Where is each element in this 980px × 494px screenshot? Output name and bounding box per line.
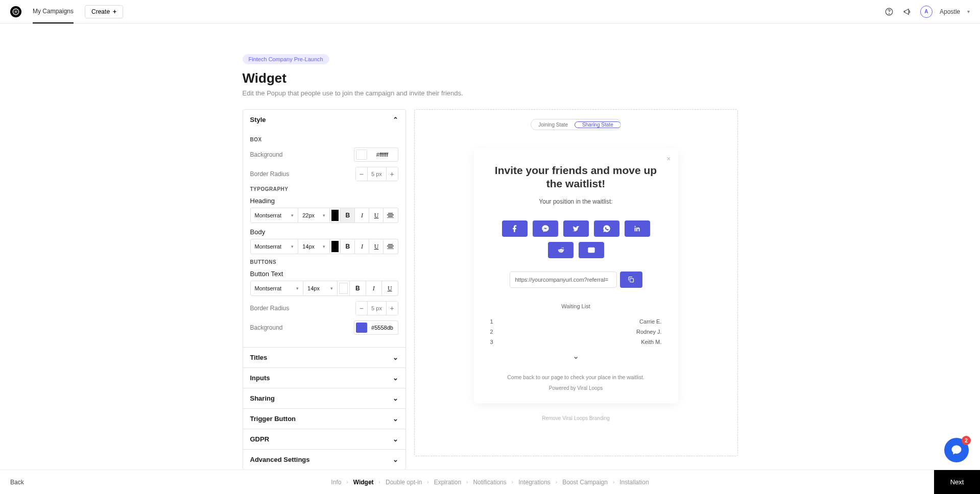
heading-color-swatch[interactable] — [330, 208, 341, 223]
body-underline-button[interactable]: U — [369, 239, 384, 254]
section-style-header[interactable]: Style ⌃ — [243, 110, 405, 130]
body-bold-button[interactable]: B — [341, 239, 355, 254]
state-toggle: Joining State Sharing State — [421, 119, 731, 130]
widget-footer-text: Come back to our page to check your plac… — [489, 374, 663, 380]
button-color-swatch[interactable] — [338, 281, 350, 296]
button-size-select[interactable]: 14px▾ — [303, 281, 338, 296]
sharing-state-tab[interactable]: Sharing State — [575, 121, 621, 128]
section-sharing-header[interactable]: Sharing⌄ — [243, 388, 405, 408]
button-font-select[interactable]: Montserrat▾ — [250, 281, 304, 296]
app-logo[interactable] — [10, 6, 21, 17]
heading-typography-row: Montserrat▾ 22px▾ B I U — [250, 208, 398, 223]
crumb-boost-campaign[interactable]: Boost Campaign — [562, 479, 608, 486]
chevron-right-icon: › — [427, 479, 428, 485]
body-label: Body — [250, 228, 398, 236]
chevron-down-icon: ▾ — [291, 213, 294, 218]
button-bg-value[interactable] — [367, 325, 398, 331]
body-size-select[interactable]: 14px▾ — [298, 239, 329, 254]
breadcrumb: Info›Widget›Double opt-in›Expiration›Not… — [331, 479, 649, 486]
box-background-input[interactable] — [354, 147, 398, 162]
button-radius-value: 5 px — [368, 305, 386, 311]
help-icon[interactable] — [883, 6, 895, 17]
section-inputs-header[interactable]: Inputs⌄ — [243, 368, 405, 388]
button-underline-button[interactable]: U — [382, 281, 398, 296]
heading-italic-button[interactable]: I — [355, 208, 369, 223]
section-advanced-header[interactable]: Advanced Settings⌄ — [243, 450, 405, 470]
body-typography-row: Montserrat▾ 14px▾ B I U — [250, 239, 398, 254]
create-button[interactable]: Create + — [85, 5, 123, 18]
color-swatch-icon[interactable] — [356, 150, 367, 160]
body-color-swatch[interactable] — [330, 239, 341, 254]
heading-font-select[interactable]: Montserrat▾ — [250, 208, 299, 223]
joining-state-tab[interactable]: Joining State — [531, 122, 575, 128]
button-italic-button[interactable]: I — [366, 281, 383, 296]
section-gdpr-header[interactable]: GDPR⌄ — [243, 429, 405, 449]
chevron-down-icon: ▾ — [291, 244, 294, 249]
chevron-down-icon: ▾ — [323, 244, 325, 249]
messenger-share-button[interactable] — [533, 220, 558, 237]
body-font-select[interactable]: Montserrat▾ — [250, 239, 299, 254]
typography-subhead: TYPOGRAPHY — [250, 186, 398, 192]
crumb-widget[interactable]: Widget — [353, 479, 374, 486]
button-radius-stepper[interactable]: − 5 px + — [355, 301, 398, 315]
announcements-icon[interactable] — [902, 6, 913, 17]
stepper-minus-button[interactable]: − — [356, 167, 367, 181]
chevron-down-icon: ▾ — [323, 213, 325, 218]
wl-rank: 3 — [490, 339, 493, 345]
powered-by[interactable]: Powered by Viral Loops — [489, 385, 663, 391]
linkedin-share-button[interactable] — [625, 220, 650, 237]
chat-launcher[interactable]: 2 — [944, 438, 969, 462]
chevron-down-icon: ⌄ — [393, 374, 398, 382]
stepper-minus-button[interactable]: − — [356, 302, 367, 315]
crumb-info[interactable]: Info — [331, 479, 341, 486]
email-share-button[interactable] — [579, 242, 604, 258]
section-trigger-button-header[interactable]: Trigger Button⌄ — [243, 409, 405, 429]
heading-align-button[interactable] — [384, 208, 398, 223]
crumb-expiration[interactable]: Expiration — [434, 479, 461, 486]
facebook-share-button[interactable] — [502, 220, 528, 237]
app-header: My Campaigns Create + A Apostle ▾ — [0, 0, 980, 23]
twitter-share-button[interactable] — [563, 220, 589, 237]
stepper-plus-button[interactable]: + — [387, 167, 398, 181]
chevron-down-icon: ▾ — [330, 286, 333, 291]
next-button[interactable]: Next — [934, 470, 980, 495]
remove-branding-link[interactable]: Remove Viral Loops Branding — [421, 415, 731, 421]
chevron-down-icon[interactable]: ▾ — [967, 9, 970, 14]
referral-url-input[interactable] — [510, 271, 617, 288]
notification-badge: 2 — [962, 436, 971, 445]
box-radius-stepper[interactable]: − 5 px + — [355, 167, 398, 181]
heading-label: Heading — [250, 197, 398, 205]
box-background-value[interactable] — [367, 152, 398, 158]
heading-size-select[interactable]: 22px▾ — [298, 208, 329, 223]
chevron-right-icon: › — [556, 479, 557, 485]
heading-bold-button[interactable]: B — [341, 208, 355, 223]
nav-my-campaigns[interactable]: My Campaigns — [33, 8, 74, 23]
user-avatar[interactable]: A — [920, 6, 933, 18]
crumb-installation[interactable]: Installation — [619, 479, 649, 486]
button-bold-button[interactable]: B — [350, 281, 366, 296]
wizard-footer: Back Info›Widget›Double opt-in›Expiratio… — [0, 470, 980, 494]
copy-button[interactable] — [620, 271, 642, 288]
reddit-share-button[interactable] — [548, 242, 573, 258]
box-radius-value: 5 px — [368, 171, 386, 177]
expand-list-icon[interactable]: ⌄ — [489, 351, 663, 361]
waiting-list-row: 2Rodney J. — [489, 327, 663, 337]
button-text-label: Button Text — [250, 270, 398, 278]
back-button[interactable]: Back — [10, 479, 24, 486]
body-italic-button[interactable]: I — [355, 239, 369, 254]
chevron-up-icon: ⌃ — [393, 116, 398, 124]
button-bg-input[interactable] — [354, 320, 398, 335]
body-align-button[interactable] — [384, 239, 398, 254]
svg-point-2 — [889, 13, 890, 14]
whatsapp-share-button[interactable] — [594, 220, 619, 237]
crumb-integrations[interactable]: Integrations — [518, 479, 551, 486]
stepper-plus-button[interactable]: + — [387, 302, 398, 315]
crumb-double-opt-in[interactable]: Double opt-in — [386, 479, 422, 486]
heading-underline-button[interactable]: U — [369, 208, 384, 223]
chevron-down-icon: ⌄ — [393, 456, 398, 463]
page-title: Widget — [243, 70, 738, 86]
section-titles-header[interactable]: Titles⌄ — [243, 348, 405, 367]
color-swatch-icon[interactable] — [356, 323, 367, 333]
close-icon[interactable]: × — [666, 155, 671, 163]
crumb-notifications[interactable]: Notifications — [473, 479, 506, 486]
